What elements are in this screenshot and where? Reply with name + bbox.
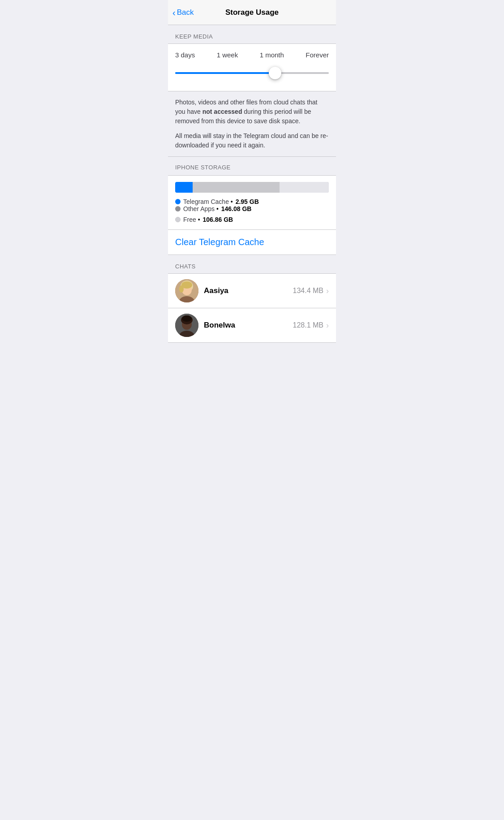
chat-size-area-aasiya: 134.4 MB › [293,286,329,296]
telegram-dot [175,199,181,204]
other-dot [175,206,181,211]
free-dot-separator: • [196,216,202,223]
keep-media-slider-section: 3 days 1 week 1 month Forever [168,43,336,91]
slider-thumb[interactable] [269,67,281,79]
free-legend-label: Free [183,216,196,223]
chat-item-bonelwa[interactable]: Bonelwa 128.1 MB › [168,308,336,343]
free-size: 106.86 GB [202,216,233,223]
slider-fill [175,72,275,74]
legend-row-1: Telegram Cache • 2.95 GB Other Apps • 14… [175,198,329,212]
avatar-aasiya-image [175,279,198,302]
avatar-bonelwa-image [175,314,198,337]
chat-size-area-bonelwa: 128.1 MB › [293,321,329,330]
chat-item-aasiya[interactable]: Aasiya 134.4 MB › [168,274,336,308]
storage-bar-other [193,182,280,193]
avatar-bonelwa-svg [175,314,198,337]
label-forever: Forever [306,51,329,59]
navigation-bar: ‹ Back Storage Usage [168,0,336,25]
avatar-bonelwa [175,314,198,337]
free-dot [175,217,181,222]
label-3days: 3 days [175,51,195,59]
avatar-aasiya [175,279,198,302]
legend-item-other: Other Apps • 146.08 GB [175,205,251,212]
chevron-right-icon-bonelwa: › [326,321,329,330]
back-chevron-icon: ‹ [172,8,176,17]
label-1week: 1 week [217,51,238,59]
chat-size-aasiya: 134.4 MB [293,287,323,295]
label-1month: 1 month [260,51,284,59]
legend-row-2: Free • 106.86 GB [175,216,329,223]
slider-track [175,72,329,74]
chat-name-bonelwa: Bonelwa [204,321,293,330]
info-section: Photos, videos and other files from clou… [168,91,336,157]
clear-telegram-cache-button[interactable]: Clear Telegram Cache [175,237,264,247]
avatar-aasiya-svg [175,279,198,302]
storage-bar-container: Telegram Cache • 2.95 GB Other Apps • 14… [168,175,336,229]
clear-cache-section: Clear Telegram Cache [168,229,336,255]
legend-item-telegram: Telegram Cache • 2.95 GB [175,198,259,205]
chat-size-bonelwa: 128.1 MB [293,321,323,329]
svg-point-10 [182,315,192,322]
chevron-right-icon-aasiya: › [326,286,329,296]
telegram-size: 2.95 GB [236,198,259,205]
back-button[interactable]: ‹ Back [172,8,194,17]
slider-container[interactable] [175,64,329,82]
back-label: Back [177,8,194,17]
legend-item-free: Free • 106.86 GB [175,216,233,223]
iphone-storage-section-header: IPHONE STORAGE [168,157,336,175]
other-legend-label: Other Apps [183,205,215,212]
info-text-1: Photos, videos and other files from clou… [175,98,329,126]
telegram-dot-separator: • [229,198,235,205]
storage-bar-free [280,182,329,193]
chat-name-aasiya: Aasiya [204,286,293,295]
other-size: 146.08 GB [221,205,252,212]
keep-media-section-header: KEEP MEDIA [168,25,336,43]
svg-point-5 [179,285,184,293]
chats-list: Aasiya 134.4 MB › [168,273,336,343]
page-title: Storage Usage [225,8,279,17]
storage-bar-telegram [175,182,193,193]
info-text-2: All media will stay in the Telegram clou… [175,131,329,150]
other-dot-separator: • [215,205,220,212]
chat-info-bonelwa: Bonelwa [204,321,293,330]
storage-legend: Telegram Cache • 2.95 GB Other Apps • 14… [175,198,329,223]
slider-labels: 3 days 1 week 1 month Forever [175,51,329,59]
telegram-legend-label: Telegram Cache [183,198,229,205]
chat-info-aasiya: Aasiya [204,286,293,295]
chats-section-header: CHATS [168,255,336,273]
storage-bar [175,182,329,193]
